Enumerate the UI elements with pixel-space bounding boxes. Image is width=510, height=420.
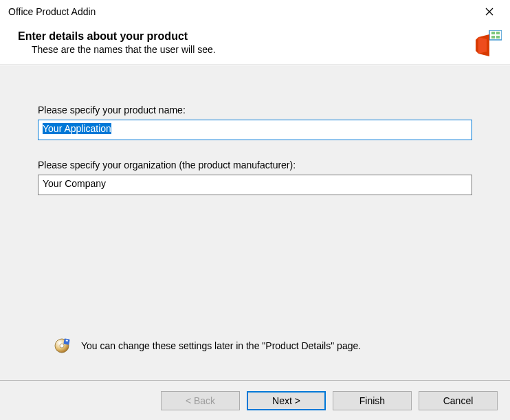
close-button[interactable] — [476, 1, 503, 22]
finish-button[interactable]: Finish — [333, 391, 412, 410]
office-product-icon — [474, 30, 502, 58]
product-name-input[interactable]: Your Application — [38, 120, 472, 140]
page-title: Enter details about your product — [18, 30, 496, 43]
organization-label: Please specify your organization (the pr… — [38, 159, 472, 170]
page-subtitle: These are the names that the user will s… — [32, 44, 496, 55]
info-text: You can change these settings later in t… — [81, 340, 361, 351]
svg-rect-4 — [496, 32, 500, 34]
titlebar: Office Product Addin — [0, 0, 510, 23]
wizard-footer: < Back Next > Finish Cancel — [0, 380, 510, 420]
close-icon — [485, 8, 494, 16]
product-name-label: Please specify your product name: — [38, 104, 472, 115]
window-title: Office Product Addin — [7, 6, 96, 17]
organization-input[interactable]: Your Company — [38, 175, 472, 195]
wizard-content: Please specify your product name: Your A… — [0, 65, 510, 380]
info-disc-icon — [54, 338, 70, 354]
svg-rect-6 — [496, 36, 500, 38]
cancel-button[interactable]: Cancel — [419, 391, 498, 410]
svg-rect-5 — [491, 36, 495, 38]
svg-rect-2 — [489, 30, 502, 40]
svg-rect-9 — [63, 338, 69, 344]
next-button[interactable]: Next > — [247, 391, 326, 410]
wizard-header: Enter details about your product These a… — [0, 23, 510, 65]
svg-point-8 — [60, 344, 64, 348]
product-name-value: Your Application — [43, 123, 111, 134]
back-button: < Back — [161, 391, 240, 410]
wizard-window: Office Product Addin Enter details about… — [0, 0, 510, 420]
organization-value: Your Company — [43, 178, 106, 189]
info-row: You can change these settings later in t… — [54, 338, 472, 354]
svg-rect-3 — [491, 32, 495, 34]
